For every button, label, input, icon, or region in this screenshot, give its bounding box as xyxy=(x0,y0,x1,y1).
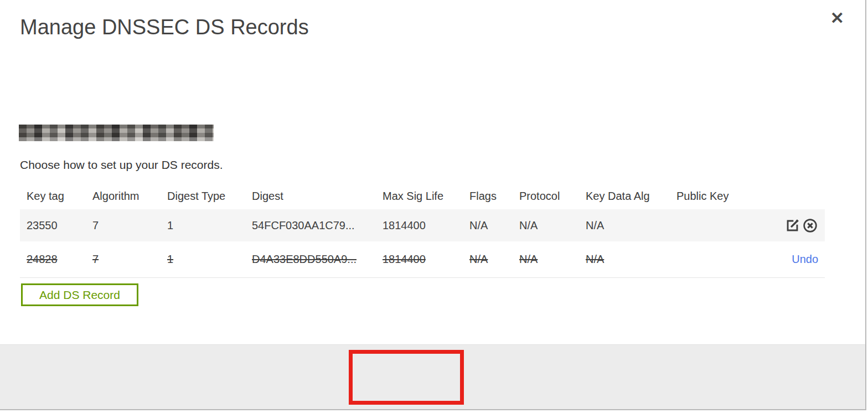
key-data-alg-value: N/A xyxy=(586,253,676,266)
ds-records-table: Key tag Algorithm Digest Type Digest Max… xyxy=(20,183,825,278)
col-header-digest: Digest xyxy=(252,190,383,203)
col-header-digest-type: Digest Type xyxy=(167,190,252,203)
algorithm-value: 7 xyxy=(92,219,167,232)
row-actions: Undo xyxy=(765,253,818,266)
col-header-key-tag: Key tag xyxy=(27,190,92,203)
col-header-protocol: Protocol xyxy=(519,190,586,203)
redacted-domain-name xyxy=(19,125,214,141)
flags-value: N/A xyxy=(469,253,519,266)
digest-type-value: 1 xyxy=(167,219,252,232)
col-header-algorithm: Algorithm xyxy=(92,190,167,203)
flags-value: N/A xyxy=(469,219,519,232)
digest-value: D4A33E8DD550A9... xyxy=(252,253,383,266)
key-tag-value: 23550 xyxy=(27,219,92,232)
protocol-value: N/A xyxy=(519,253,586,266)
max-sig-life-value: 1814400 xyxy=(383,253,469,266)
add-ds-record-button[interactable]: Add DS Record xyxy=(21,283,138,306)
table-row-deleted: 24828 7 1 D4A33E8DD550A9... 1814400 N/A … xyxy=(20,241,825,278)
max-sig-life-value: 1814400 xyxy=(383,219,469,232)
modal-footer: Save Cancel xyxy=(0,344,865,409)
protocol-value: N/A xyxy=(519,219,586,232)
col-header-max-sig-life: Max Sig Life xyxy=(383,190,469,203)
delete-icon[interactable] xyxy=(802,218,818,234)
key-tag-value: 24828 xyxy=(27,253,92,266)
algorithm-value: 7 xyxy=(92,253,167,266)
key-data-alg-value: N/A xyxy=(586,219,676,232)
table-row: 23550 7 1 54FCF030AA1C79... 1814400 N/A … xyxy=(20,209,825,241)
dnssec-modal: Manage DNSSEC DS Records ✕ Choose how to… xyxy=(0,0,866,410)
edit-icon[interactable] xyxy=(784,218,800,234)
digest-value: 54FCF030AA1C79... xyxy=(252,219,383,232)
col-header-key-data-alg: Key Data Alg xyxy=(586,190,676,203)
row-actions xyxy=(765,218,818,234)
col-header-flags: Flags xyxy=(469,190,519,203)
table-header-row: Key tag Algorithm Digest Type Digest Max… xyxy=(20,183,825,209)
col-header-public-key: Public Key xyxy=(676,190,765,203)
page-title: Manage DNSSEC DS Records xyxy=(20,16,309,39)
undo-link[interactable]: Undo xyxy=(792,253,818,266)
instruction-text: Choose how to set up your DS records. xyxy=(20,158,223,172)
digest-type-value: 1 xyxy=(167,253,252,266)
close-icon[interactable]: ✕ xyxy=(830,10,844,27)
